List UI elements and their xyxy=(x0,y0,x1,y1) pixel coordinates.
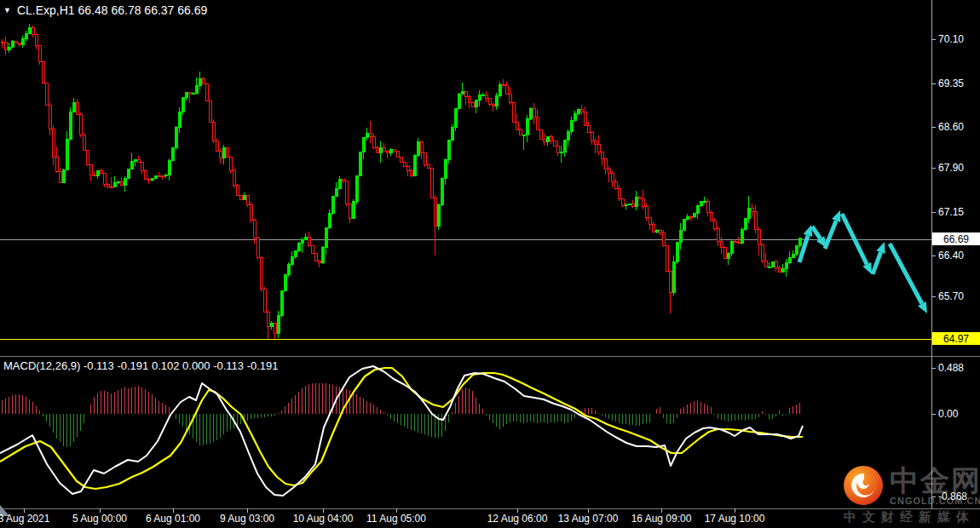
candlesticks-series xyxy=(1,24,801,339)
time-tick-label: 17 Aug 10:00 xyxy=(705,513,765,525)
time-tick-label: 10 Aug 04:00 xyxy=(293,513,354,525)
symbol-dropdown-icon[interactable]: ▼ xyxy=(3,4,11,16)
axes-frame xyxy=(0,0,980,516)
chart-canvas[interactable] xyxy=(0,0,980,528)
price-tick-label: 67.90 xyxy=(938,162,964,174)
macd-tick-label: 0.488 xyxy=(938,362,964,374)
time-tick-label: 16 Aug 09:00 xyxy=(631,513,692,525)
current-price-label: 66.69 xyxy=(932,232,980,245)
time-tick-label: 12 Aug 06:00 xyxy=(487,513,548,525)
macd-lines xyxy=(0,366,803,496)
macd-histogram xyxy=(3,383,800,448)
price-tick-label: 66.40 xyxy=(938,250,964,261)
time-tick-label: 13 Aug 07:00 xyxy=(558,513,619,525)
price-tick-label: 69.35 xyxy=(938,77,964,89)
symbol-title-bar: ▼ CL.Exp,H1 66.48 66.78 66.37 66.69 xyxy=(3,3,207,17)
time-tick-label: 9 Aug 03:00 xyxy=(220,513,274,525)
price-tick-label: 65.70 xyxy=(938,290,964,302)
time-tick-label: 11 Aug 05:00 xyxy=(366,513,426,525)
chart-window: 中金网 CNGOLD.COM.CN 中文财经新媒体 ▼ CL.Exp,H1 66… xyxy=(0,0,980,528)
signal-line xyxy=(0,368,803,489)
support-price-label: 64.97 xyxy=(932,332,980,345)
time-tick-label: 6 Aug 01:00 xyxy=(146,513,200,525)
time-tick-label: 3 Aug 2021 xyxy=(0,513,49,525)
price-tick-label: 67.15 xyxy=(938,206,964,218)
symbol-title: CL.Exp,H1 66.48 66.78 66.37 66.69 xyxy=(17,3,207,17)
price-tick-label: 68.60 xyxy=(938,121,964,133)
macd-tick-label: -0.868 xyxy=(938,491,967,502)
macd-indicator-label: MACD(12,26,9) -0.113 -0.191 0.102 0.000 … xyxy=(3,359,279,372)
macd-line xyxy=(0,366,803,496)
price-tick-label: 70.10 xyxy=(938,33,964,45)
macd-tick-label: 0.00 xyxy=(938,408,958,420)
forecast-arrows xyxy=(799,210,927,313)
time-tick-label: 5 Aug 00:00 xyxy=(72,513,127,525)
